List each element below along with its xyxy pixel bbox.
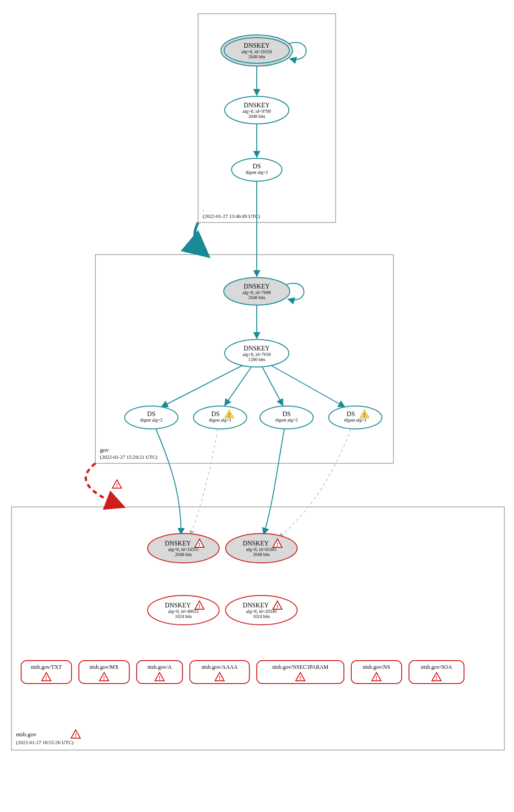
svg-text:alg=8, id=65305: alg=8, id=65305 bbox=[246, 547, 276, 552]
zone-gov-name: gov bbox=[100, 446, 109, 453]
svg-text:DNSKEY: DNSKEY bbox=[243, 540, 269, 547]
node-gov-ds1: DS digest alg=2 bbox=[125, 406, 178, 429]
dnssec-chain-diagram: ! ! . (2022-01-27 13:46:49 UTC) DNSKEY a… bbox=[0, 0, 514, 812]
svg-text:DNSKEY: DNSKEY bbox=[244, 345, 270, 352]
edge-delegation-root-gov bbox=[195, 222, 206, 255]
svg-text:ntsb.gov/SOA: ntsb.gov/SOA bbox=[421, 664, 453, 670]
edge-govzsk-ds1 bbox=[161, 366, 242, 407]
edge-govzsk-ds3 bbox=[262, 367, 283, 406]
zone-root-timestamp: (2022-01-27 13:46:49 UTC) bbox=[203, 213, 260, 219]
svg-text:1024 bits: 1024 bits bbox=[175, 614, 192, 619]
svg-text:DNSKEY: DNSKEY bbox=[244, 283, 270, 290]
node-ntsb-k2: DNSKEY alg=8, id=65305 2048 bits bbox=[226, 534, 297, 563]
zone-ntsb-timestamp: (2022-01-27 18:55:26 UTC) bbox=[16, 740, 74, 745]
svg-text:digest alg=2: digest alg=2 bbox=[275, 417, 298, 423]
svg-text:DS: DS bbox=[282, 411, 291, 417]
svg-text:DNSKEY: DNSKEY bbox=[243, 602, 269, 609]
svg-text:DS: DS bbox=[347, 411, 355, 417]
svg-text:DS: DS bbox=[147, 411, 155, 417]
node-rr-a: ntsb.gov/A bbox=[137, 661, 182, 684]
node-ntsb-k1: DNSKEY alg=8, id=24355 2048 bits bbox=[148, 534, 219, 563]
node-ntsb-k4: DNSKEY alg=8, id=20340 1024 bits bbox=[226, 595, 297, 625]
error-icon bbox=[112, 480, 122, 489]
svg-text:2048 bits: 2048 bits bbox=[175, 552, 192, 557]
edge-ds1-ntsbk1 bbox=[156, 429, 181, 534]
svg-text:2048 bits: 2048 bits bbox=[253, 552, 270, 557]
svg-text:alg=8, id=20326: alg=8, id=20326 bbox=[242, 49, 272, 54]
edge-ds3-ntsbk2 bbox=[264, 429, 284, 534]
svg-text:DS: DS bbox=[211, 411, 220, 417]
node-rr-nsec3: ntsb.gov/NSEC3PARAM bbox=[257, 661, 344, 684]
svg-text:alg=8, id=48033: alg=8, id=48033 bbox=[168, 609, 199, 614]
svg-text:ntsb.gov/MX: ntsb.gov/MX bbox=[89, 664, 119, 670]
svg-text:2048 bits: 2048 bits bbox=[249, 114, 265, 119]
zone-ntsb-name: ntsb.gov bbox=[16, 731, 37, 738]
node-rr-mx: ntsb.gov/MX bbox=[79, 661, 129, 684]
zone-root-name: . bbox=[203, 206, 204, 212]
svg-text:2048 bits: 2048 bits bbox=[249, 54, 265, 59]
svg-text:alg=8, id=7698: alg=8, id=7698 bbox=[243, 290, 271, 295]
svg-text:ntsb.gov/NSEC3PARAM: ntsb.gov/NSEC3PARAM bbox=[272, 664, 329, 670]
edge-ds2-ntsbk1 bbox=[190, 429, 218, 535]
svg-text:DS: DS bbox=[253, 163, 261, 170]
node-rr-txt: ntsb.gov/TXT bbox=[21, 661, 72, 684]
node-root-ksk: DNSKEY alg=8, id=20326 2048 bits bbox=[221, 35, 293, 66]
svg-text:alg=8, id=7030: alg=8, id=7030 bbox=[243, 352, 271, 357]
node-gov-ksk: DNSKEY alg=8, id=7698 2048 bits bbox=[224, 278, 290, 305]
svg-text:digest alg=2: digest alg=2 bbox=[245, 170, 268, 175]
svg-text:alg=8, id=9799: alg=8, id=9799 bbox=[243, 109, 271, 114]
svg-text:ntsb.gov/A: ntsb.gov/A bbox=[147, 664, 171, 670]
node-rr-aaaa: ntsb.gov/AAAA bbox=[190, 661, 249, 684]
svg-text:alg=8, id=20340: alg=8, id=20340 bbox=[246, 609, 276, 614]
node-gov-ds4: DS digest alg=1 bbox=[329, 406, 382, 429]
node-gov-ds3: DS digest alg=2 bbox=[260, 406, 313, 429]
svg-text:ntsb.gov/AAAA: ntsb.gov/AAAA bbox=[201, 664, 238, 670]
edge-govzsk-ds4 bbox=[271, 366, 345, 407]
node-root-zsk: DNSKEY alg=8, id=9799 2048 bits bbox=[225, 96, 289, 124]
error-icon bbox=[71, 730, 80, 739]
node-gov-ds2: DS digest alg=1 bbox=[193, 406, 247, 429]
svg-text:DNSKEY: DNSKEY bbox=[244, 102, 270, 109]
edge-ds4-ntsbk2 bbox=[279, 429, 351, 538]
svg-text:1280 bits: 1280 bits bbox=[249, 357, 265, 362]
node-gov-zsk: DNSKEY alg=8, id=7030 1280 bits bbox=[225, 339, 289, 367]
node-ntsb-k3: DNSKEY alg=8, id=48033 1024 bits bbox=[148, 595, 219, 625]
node-root-ds: DS digest alg=2 bbox=[232, 158, 282, 181]
svg-text:1024 bits: 1024 bits bbox=[253, 614, 270, 619]
svg-text:digest alg=2: digest alg=2 bbox=[140, 417, 162, 423]
svg-text:DNSKEY: DNSKEY bbox=[165, 540, 191, 547]
svg-text:ntsb.gov/NS: ntsb.gov/NS bbox=[363, 664, 390, 670]
zone-gov-timestamp: (2022-01-27 15:29:21 UTC) bbox=[100, 454, 158, 460]
node-rr-ns: ntsb.gov/NS bbox=[351, 661, 402, 684]
svg-text:DNSKEY: DNSKEY bbox=[244, 42, 270, 49]
node-rr-soa: ntsb.gov/SOA bbox=[409, 661, 464, 684]
svg-text:2048 bits: 2048 bits bbox=[249, 295, 265, 300]
svg-text:alg=8, id=24355: alg=8, id=24355 bbox=[168, 547, 199, 552]
svg-text:ntsb.gov/TXT: ntsb.gov/TXT bbox=[31, 664, 62, 670]
svg-text:DNSKEY: DNSKEY bbox=[165, 602, 191, 609]
